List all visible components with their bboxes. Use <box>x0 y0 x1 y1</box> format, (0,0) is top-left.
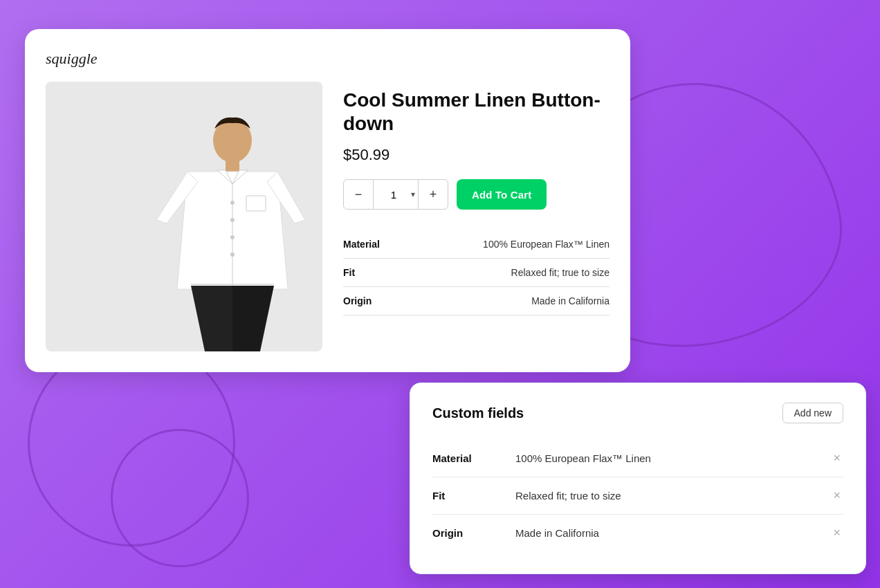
cf-label-origin: Origin <box>432 527 515 539</box>
add-new-button[interactable]: Add new <box>782 403 843 423</box>
custom-field-row-origin: Origin Made in California × <box>432 515 843 551</box>
brand-logo: squiggle <box>46 50 609 68</box>
quantity-selector-wrap: 1 2 3 4 5 ▾ <box>374 179 418 210</box>
spec-label-material: Material <box>343 239 380 250</box>
svg-point-6 <box>230 218 235 222</box>
spec-label-origin: Origin <box>343 295 372 306</box>
product-card: squiggle <box>25 29 630 372</box>
product-details: Cool Summer Linen Button-down $50.99 − 1… <box>343 82 609 351</box>
bg-decoration-circle-2 <box>111 429 249 567</box>
spec-label-fit: Fit <box>343 267 355 278</box>
quantity-select[interactable]: 1 2 3 4 5 <box>376 189 411 201</box>
custom-field-row-material: Material 100% European Flax™ Linen × <box>432 440 843 477</box>
custom-fields-title: Custom fields <box>432 405 524 421</box>
custom-field-row-fit: Fit Relaxed fit; true to size × <box>432 477 843 515</box>
cf-value-material: 100% European Flax™ Linen <box>515 452 830 464</box>
svg-rect-3 <box>246 196 266 211</box>
spec-value-fit: Relaxed fit; true to size <box>511 267 609 278</box>
cf-value-origin: Made in California <box>515 527 830 539</box>
cf-delete-material-button[interactable]: × <box>830 451 843 466</box>
product-image-svg <box>46 82 322 351</box>
cart-row: − 1 2 3 4 5 ▾ + Add To Cart <box>343 179 609 210</box>
spec-row-material: Material 100% European Flax™ Linen <box>343 230 609 259</box>
chevron-down-icon: ▾ <box>411 190 415 199</box>
cf-delete-origin-button[interactable]: × <box>830 526 843 540</box>
spec-row-origin: Origin Made in California <box>343 287 609 315</box>
cf-label-material: Material <box>432 452 515 464</box>
product-specs-table: Material 100% European Flax™ Linen Fit R… <box>343 230 609 315</box>
svg-point-8 <box>230 252 235 257</box>
svg-rect-2 <box>226 160 239 172</box>
add-to-cart-button[interactable]: Add To Cart <box>457 179 547 210</box>
product-price: $50.99 <box>343 146 609 164</box>
custom-fields-card: Custom fields Add new Material 100% Euro… <box>410 383 866 574</box>
product-title: Cool Summer Linen Button-down <box>343 89 609 135</box>
custom-fields-header: Custom fields Add new <box>432 403 843 423</box>
product-body: Cool Summer Linen Button-down $50.99 − 1… <box>46 82 609 351</box>
svg-point-7 <box>230 235 235 239</box>
spec-value-material: 100% European Flax™ Linen <box>483 239 609 250</box>
quantity-decrease-button[interactable]: − <box>343 179 374 210</box>
product-image <box>46 82 322 351</box>
cf-label-fit: Fit <box>432 490 515 502</box>
cf-value-fit: Relaxed fit; true to size <box>515 490 830 502</box>
quantity-increase-button[interactable]: + <box>418 179 448 210</box>
spec-row-fit: Fit Relaxed fit; true to size <box>343 259 609 287</box>
spec-value-origin: Made in California <box>531 295 609 306</box>
cf-delete-fit-button[interactable]: × <box>830 488 843 503</box>
svg-point-5 <box>230 201 235 205</box>
